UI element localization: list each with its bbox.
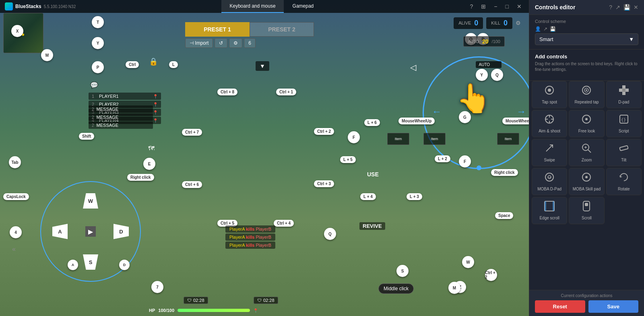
- weapon-area: AUTO 20 /100: [463, 36, 505, 47]
- key-l5: L + 5: [340, 156, 356, 163]
- ctrl-free-look[interactable]: Free look: [569, 110, 604, 137]
- reset-preset-btn[interactable]: ↺: [215, 38, 227, 48]
- settings-gear-icon[interactable]: ⚙: [516, 20, 521, 26]
- app-name: BlueStacks: [15, 4, 41, 9]
- scheme-icon-3[interactable]: 💾: [550, 26, 556, 32]
- add-controls-desc: Drag the actions on the screen to bind k…: [535, 61, 638, 72]
- panel-header-icons: ? ↗ 💾 ✕: [609, 4, 638, 10]
- ctrl-edge-scroll[interactable]: Edge scroll: [532, 197, 567, 224]
- item-slot-2: Item: [423, 133, 446, 145]
- kill-1-killer: PlayerA: [229, 227, 245, 231]
- panel-close-icon[interactable]: ✕: [634, 4, 638, 10]
- share-btn[interactable]: ⊞: [479, 2, 488, 10]
- preset-settings-btn[interactable]: ⚙: [229, 38, 242, 48]
- key-y-mid: Y: [476, 69, 488, 81]
- tab-keyboard-mouse[interactable]: Keyboard and mouse: [221, 0, 283, 13]
- auto-fire-label: AUTO: [476, 61, 502, 68]
- panel-title: Controls editor: [535, 4, 575, 10]
- key-shift: Shift: [79, 133, 94, 140]
- import-btn[interactable]: ⊣ Import: [185, 38, 213, 48]
- ctrl-tap-spot[interactable]: Tap spot: [532, 81, 567, 108]
- kill-1-action: kills: [246, 227, 256, 231]
- key-f-right: F: [348, 131, 360, 143]
- close-btn[interactable]: ✕: [514, 2, 524, 10]
- top-controls: ? ⊞ − □ ✕: [463, 2, 529, 10]
- controls-row-3: Swipe Zoom: [532, 139, 642, 166]
- player-icon-2: 📍: [153, 102, 158, 107]
- scroll-label: Scroll: [582, 216, 592, 221]
- preset-num-btn[interactable]: 6: [244, 38, 256, 48]
- d-pad-icon: [618, 85, 630, 98]
- panel-help-icon[interactable]: ?: [609, 4, 612, 10]
- controls-row-5: Edge scroll Scroll: [532, 197, 642, 224]
- preset2-tab[interactable]: PRESET 2: [250, 22, 314, 37]
- timer1-area: 🛡 02:28: [184, 297, 208, 304]
- key-4: 4: [10, 226, 22, 238]
- key-space: Space: [495, 212, 513, 219]
- kill-entry-3: PlayerA kills PlayerB: [225, 242, 275, 249]
- tap-spot-icon: [544, 85, 555, 98]
- hp-bar: [178, 309, 250, 312]
- svg-rect-30: [545, 201, 546, 211]
- back-arrow-icon[interactable]: ◁: [410, 62, 416, 72]
- msg-1: 2 MESSAGE: [89, 105, 153, 113]
- lock-icon: 🔒: [149, 57, 158, 66]
- ctrl-moba-dpad[interactable]: M MOBA D-Pad: [532, 168, 567, 195]
- ctrl-repeated-tap[interactable]: Repeated tap: [569, 81, 604, 108]
- alive-value: 0: [474, 19, 478, 27]
- key-w-bottom: W: [462, 256, 474, 268]
- save-button[interactable]: Save: [588, 300, 639, 313]
- msg-text-2: MESSAGE: [97, 115, 118, 120]
- preset1-tab[interactable]: PRESET 1: [185, 22, 250, 37]
- minimize-btn[interactable]: −: [491, 2, 500, 10]
- ctrl-zoom[interactable]: Zoom: [569, 139, 604, 166]
- chevron-down-icon[interactable]: ▼: [256, 61, 269, 71]
- scheme-icon-1[interactable]: 👤: [535, 26, 541, 32]
- revive-label: REVIVE: [359, 222, 385, 230]
- key-q-mid: Q: [324, 228, 336, 240]
- double-left-arrow[interactable]: «: [12, 246, 16, 253]
- ctrl-script[interactable]: {} Script: [606, 110, 642, 137]
- ctrl-d-pad[interactable]: D-pad: [606, 81, 642, 108]
- svg-rect-6: [622, 92, 625, 95]
- scheme-label: Control scheme: [535, 19, 638, 24]
- edge-scroll-icon: [544, 200, 555, 214]
- kill-entry-2: PlayerA kills PlayerB: [225, 233, 275, 241]
- ctrl-rotate[interactable]: Rotate: [606, 168, 642, 195]
- key-a: A: [52, 224, 68, 239]
- player-entry-1: 1 PLAYER1 📍: [89, 93, 161, 100]
- footer-label: Current configuration actions: [535, 293, 638, 298]
- maximize-btn[interactable]: □: [503, 2, 511, 10]
- key-t: T: [92, 16, 104, 28]
- svg-rect-31: [553, 201, 554, 211]
- panel-share-icon[interactable]: ↗: [615, 4, 620, 10]
- reset-button[interactable]: Reset: [535, 300, 585, 313]
- key-a-small: A: [68, 260, 78, 270]
- controls-panel: Controls editor ? ↗ 💾 ✕ Control scheme 👤…: [529, 0, 644, 316]
- player-icon-3: 📍: [153, 110, 158, 115]
- ctrl-tilt[interactable]: Tilt: [606, 139, 642, 166]
- ctrl-scroll[interactable]: Scroll: [569, 197, 604, 224]
- ctrl-aim-shoot[interactable]: Aim & shoot: [532, 110, 567, 137]
- key-right-click: Right click: [127, 174, 154, 181]
- kill-label: KILL: [491, 21, 500, 25]
- scheme-select[interactable]: Smart ▼: [535, 33, 638, 45]
- key-l: L: [169, 61, 178, 68]
- help-btn[interactable]: ?: [468, 2, 476, 10]
- msg-text-1: MESSAGE: [97, 107, 118, 112]
- use-label: USE: [367, 171, 379, 178]
- moba-skill-icon: [581, 171, 592, 185]
- ctrl-swipe[interactable]: Swipe: [532, 139, 567, 166]
- hp-label: HP: [149, 308, 155, 313]
- bluestacks-logo: BlueStacks 5.5.100.1040 N32: [0, 2, 80, 10]
- scheme-icon-2[interactable]: ↗: [543, 26, 547, 32]
- logo-icon: [5, 2, 13, 10]
- key-e: E: [143, 158, 155, 170]
- ctrl-moba-skill[interactable]: MOBA Skill pad: [569, 168, 604, 195]
- middle-click-label: Middle click: [384, 286, 409, 291]
- panel-save-icon[interactable]: 💾: [623, 4, 630, 10]
- msg-num-2: 2: [92, 115, 94, 120]
- tab-gamepad[interactable]: Gamepad: [285, 0, 322, 13]
- rotate-label: Rotate: [618, 187, 630, 192]
- key-2-bottom: Ctrl + 2: [485, 269, 497, 281]
